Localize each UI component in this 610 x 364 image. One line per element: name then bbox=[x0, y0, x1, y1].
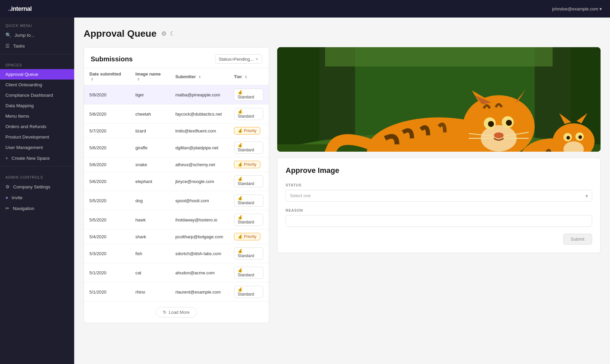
tier-badge-priority: 💰 Priority bbox=[234, 161, 260, 168]
load-more-button[interactable]: ↻ Load More bbox=[156, 307, 197, 317]
table-row[interactable]: 5/6/2020 elephant jbryce@noogle.com 💰 St… bbox=[84, 172, 269, 191]
sidebar-item-compliance-dashboard[interactable]: Compliance Dashboard bbox=[0, 90, 74, 100]
cell-date: 5/4/2020 bbox=[84, 230, 130, 244]
cell-date: 5/1/2020 bbox=[84, 282, 130, 302]
table-header-row: Date submitted ⇕ Image name ⇕ Submitter … bbox=[84, 68, 269, 85]
cell-date: 5/6/2020 bbox=[84, 157, 130, 172]
col-image-name[interactable]: Image name ⇕ bbox=[130, 68, 170, 85]
sidebar-item-data-mapping[interactable]: Data Mapping bbox=[0, 100, 74, 111]
sidebar-item-label: Invite bbox=[11, 195, 22, 200]
sidebar-item-invite[interactable]: ● Invite bbox=[0, 192, 74, 203]
cell-image: shark bbox=[130, 230, 170, 244]
tier-badge-standard: 💰 Standard bbox=[234, 89, 263, 101]
cell-date: 5/5/2020 bbox=[84, 210, 130, 230]
cell-submitter: atheus@schemy.net bbox=[170, 157, 229, 172]
cell-image: dog bbox=[130, 191, 170, 210]
table-row[interactable]: 5/6/2020 snake atheus@schemy.net 💰 Prior… bbox=[84, 157, 269, 172]
cell-tier: 💰 Standard bbox=[229, 263, 269, 282]
cell-date: 5/1/2020 bbox=[84, 263, 130, 282]
cell-tier: 💰 Standard bbox=[229, 191, 269, 210]
table-row[interactable]: 5/1/2020 cat ahudon@acme.com 💰 Standard bbox=[84, 263, 269, 282]
table-row[interactable]: 5/3/2020 fish sdortch@dish-labs.com 💰 St… bbox=[84, 244, 269, 263]
settings-icon[interactable]: ⚙ bbox=[161, 30, 167, 37]
table-row[interactable]: 5/5/2020 hawk iholdaway@toolero.io 💰 Sta… bbox=[84, 210, 269, 230]
status-select-wrapper: Select one Approved Rejected Pending bbox=[286, 190, 592, 202]
submit-row: Submit bbox=[286, 234, 592, 245]
table-row[interactable]: 5/8/2020 cheetah faycock@dubtactics.net … bbox=[84, 104, 269, 124]
sidebar-item-company-settings[interactable]: ⚙ Company Settings bbox=[0, 181, 74, 192]
tier-badge-standard: 💰 Standard bbox=[234, 194, 263, 207]
cell-image: rhino bbox=[130, 282, 170, 302]
user-menu[interactable]: johndoe@example.com ▾ bbox=[552, 6, 602, 11]
submissions-panel: Submissions Status=Pending... × Date sub… bbox=[84, 47, 269, 323]
create-new-space-button[interactable]: + Create New Space bbox=[0, 153, 74, 163]
sidebar-item-label: Product Development bbox=[5, 134, 49, 140]
col-date-submitted[interactable]: Date submitted ⇕ bbox=[84, 68, 130, 85]
sidebar-item-approval-queue[interactable]: Approval Queue bbox=[0, 69, 74, 80]
cell-tier: 💰 Standard bbox=[229, 282, 269, 302]
tier-badge-standard: 💰 Standard bbox=[234, 142, 263, 154]
refresh-icon: ↻ bbox=[163, 310, 167, 315]
submit-button[interactable]: Submit bbox=[563, 234, 592, 245]
tasks-item[interactable]: ☰ Tasks bbox=[0, 40, 74, 51]
cell-image: hawk bbox=[130, 210, 170, 230]
search-icon: 🔍 bbox=[5, 32, 11, 38]
filter-tag[interactable]: Status=Pending... × bbox=[215, 54, 262, 64]
sidebar-item-menu-items[interactable]: Menu Items bbox=[0, 111, 74, 121]
cell-date: 5/9/2020 bbox=[84, 85, 130, 104]
status-select[interactable]: Select one Approved Rejected Pending bbox=[286, 190, 592, 202]
sidebar-item-label: Menu Items bbox=[5, 114, 29, 119]
table-row[interactable]: 5/4/2020 shark pcoltharp@botgage.com 💰 P… bbox=[84, 230, 269, 244]
approve-title: Approve Image bbox=[286, 166, 592, 175]
logo: ..internal bbox=[8, 5, 32, 12]
sidebar-item-client-onboarding[interactable]: Client Onboarding bbox=[0, 80, 74, 90]
cell-tier: 💰 Standard bbox=[229, 138, 269, 157]
page-header: Approval Queue ⚙ ☾ bbox=[84, 28, 601, 39]
table-row[interactable]: 5/7/2020 lizard lmilo@textfluent.com 💰 P… bbox=[84, 124, 269, 138]
tiger-image-container bbox=[277, 47, 601, 152]
cell-image: elephant bbox=[130, 172, 170, 191]
tier-badge-standard: 💰 Standard bbox=[234, 267, 263, 279]
sidebar-item-product-development[interactable]: Product Development bbox=[0, 132, 74, 142]
cell-tier: 💰 Standard bbox=[229, 172, 269, 191]
svg-rect-5 bbox=[325, 47, 553, 66]
tier-badge-standard: 💰 Standard bbox=[234, 214, 263, 226]
moon-icon[interactable]: ☾ bbox=[170, 30, 175, 37]
cell-submitter: faycock@dubtactics.net bbox=[170, 104, 229, 124]
sidebar-item-orders-refunds[interactable]: Orders and Refunds bbox=[0, 121, 74, 132]
user-email: johndoe@example.com bbox=[552, 6, 598, 11]
divider2 bbox=[0, 166, 74, 166]
divider bbox=[0, 54, 74, 54]
sidebar-item-label: Client Onboarding bbox=[5, 82, 42, 87]
table-row[interactable]: 5/9/2020 tiger malba@pineapple.com 💰 Sta… bbox=[84, 85, 269, 104]
sidebar-item-user-management[interactable]: User Management bbox=[0, 142, 74, 153]
cell-tier: 💰 Standard bbox=[229, 244, 269, 263]
sort-icon: ⇕ bbox=[91, 78, 93, 81]
filter-remove-icon[interactable]: × bbox=[256, 56, 258, 62]
tier-badge-standard: 💰 Standard bbox=[234, 175, 263, 187]
cell-submitter: ahudon@acme.com bbox=[170, 263, 229, 282]
cell-submitter: jbryce@noogle.com bbox=[170, 172, 229, 191]
reason-label: REASON bbox=[286, 208, 592, 212]
col-tier[interactable]: Tier ⇕ bbox=[229, 68, 269, 85]
sidebar-item-navigation[interactable]: ✏ Navigation bbox=[0, 203, 74, 214]
submissions-table: Date submitted ⇕ Image name ⇕ Submitter … bbox=[84, 68, 269, 323]
tier-badge-standard: 💰 Standard bbox=[234, 108, 263, 120]
cell-submitter: malba@pineapple.com bbox=[170, 85, 229, 104]
cell-image: cheetah bbox=[130, 104, 170, 124]
cell-submitter: dgillian@plaidpipe.net bbox=[170, 138, 229, 157]
reason-input[interactable] bbox=[286, 215, 592, 227]
table-row[interactable]: 5/6/2020 giraffe dgillian@plaidpipe.net … bbox=[84, 138, 269, 157]
cell-tier: 💰 Standard bbox=[229, 85, 269, 104]
right-panel: Approve Image STATUS Select one Approved… bbox=[277, 47, 601, 323]
submissions-header: Submissions Status=Pending... × bbox=[84, 48, 269, 68]
table-row[interactable]: 5/5/2020 dog spool@hooli.com 💰 Standard bbox=[84, 191, 269, 210]
col-submitter[interactable]: Submitter ⇕ bbox=[170, 68, 229, 85]
cell-image: giraffe bbox=[130, 138, 170, 157]
jump-to[interactable]: 🔍 Jump to... bbox=[0, 30, 74, 40]
table-row[interactable]: 5/1/2020 rhino rlaurent@example.com 💰 St… bbox=[84, 282, 269, 302]
sidebar-item-label: Company Settings bbox=[13, 184, 50, 189]
sort-icon: ⇕ bbox=[137, 78, 140, 81]
status-field: STATUS Select one Approved Rejected Pend… bbox=[286, 183, 592, 202]
cell-date: 5/7/2020 bbox=[84, 124, 130, 138]
